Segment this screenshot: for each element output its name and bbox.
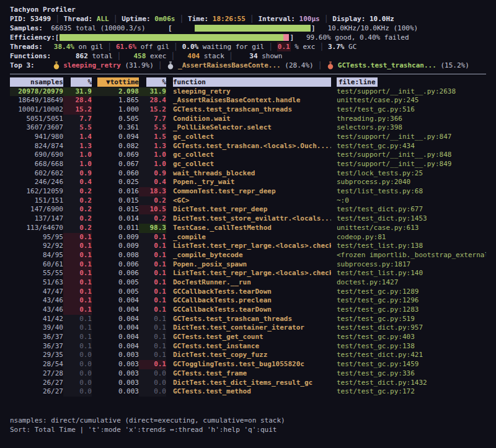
cell-nsamples: 36/37 <box>10 333 63 342</box>
table-row[interactable]: 92/920.10.0090.1ListTest.test_repr_large… <box>10 242 486 251</box>
table-row[interactable]: 95/950.10.0090.1_compilecodeop.py:81 <box>10 233 486 242</box>
cell-file-line: unittest/case.py:245 <box>331 96 486 105</box>
table-row[interactable]: 43/460.10.0040.1GCCallbackTests.preclean… <box>10 296 486 305</box>
cell-cumulative-pct: 0.2 <box>139 214 166 224</box>
cell-nsamples: 147/6900 <box>10 205 63 214</box>
separator: │ <box>319 42 324 51</box>
cell-tottime: 2.098 <box>92 87 139 97</box>
table-row[interactable]: 147/69000.20.01510.5DictTest.test_repr_d… <box>10 205 486 214</box>
table-row[interactable]: 668/6681.00.0671.0gc_collecttest/support… <box>10 160 486 169</box>
table-row[interactable]: 3607/36075.50.3615.5_PollLikeSelector.se… <box>10 123 486 133</box>
cell-tottime: 0.004 <box>92 305 139 315</box>
status-value: ALL <box>97 14 109 24</box>
column-header-nsamples[interactable]: nsamples <box>10 77 63 87</box>
table-row[interactable]: 84/950.10.0080.1_compile_bytecode<frozen… <box>10 251 486 260</box>
column-header-function[interactable]: function <box>166 77 331 87</box>
table-row[interactable]: 26/270.00.0030.0GCTests.test_methodtest/… <box>10 387 486 397</box>
column-header-cumulative-pct[interactable]: % <box>139 77 166 87</box>
cell-file-line: test/test_dict.py:1432 <box>331 379 486 388</box>
cell-file-line: unittest/case.py:613 <box>331 224 486 233</box>
table-row[interactable]: 5051/50517.70.5057.7Condition.waitthread… <box>10 115 486 124</box>
cell-file-line: threading.py:366 <box>331 115 486 124</box>
table-row[interactable]: 690/6901.00.0691.0gc_collecttest/support… <box>10 151 486 160</box>
cell-direct-pct: 0.2 <box>63 224 92 233</box>
cell-direct-pct: 0.1 <box>63 242 92 251</box>
table-row[interactable]: 137/1470.20.0140.2DictTest.test_store_ev… <box>10 214 486 224</box>
separator: │ <box>170 51 175 61</box>
cell-function: Popen._posix_spawn <box>166 260 331 270</box>
table-row[interactable]: 162/120590.20.01618.3CommonTest.test_rep… <box>10 187 486 196</box>
table-row[interactable]: 36/370.10.0040.1GCTests.test_instancetes… <box>10 342 486 351</box>
separator: │ <box>158 61 162 70</box>
cell-file-line: test/test_gc.py:1283 <box>331 305 486 315</box>
table-row[interactable]: 18649/1864928.41.86528.4_AssertRaisesBas… <box>10 96 486 105</box>
table-row[interactable]: 27/280.00.0030.0GCTests.test_frametest/t… <box>10 369 486 379</box>
cell-file-line: test/support/__init__.py:847 <box>331 133 486 142</box>
cell-tottime: 0.003 <box>92 379 139 388</box>
cell-tottime: 0.005 <box>92 278 139 288</box>
cell-nsamples: 51/63 <box>10 278 63 288</box>
cell-direct-pct: 0.1 <box>63 288 92 297</box>
table-row[interactable]: 20978/2097931.92.09831.9sleeping_retryte… <box>10 87 486 97</box>
cell-cumulative-pct: 0.1 <box>139 360 166 369</box>
cell-direct-pct: 1.3 <box>63 142 92 151</box>
table-row[interactable]: 246/2460.40.0250.4Popen._try_waitsubproc… <box>10 178 486 187</box>
status-label: PID: <box>10 14 27 24</box>
table-row[interactable]: 151/1510.20.0150.2<GC>~:0 <box>10 196 486 206</box>
cell-tottime: 0.008 <box>92 251 139 260</box>
top3-percentage: (15.2%) <box>440 61 469 70</box>
cell-function: GCTests.test_frame <box>166 369 331 379</box>
column-header-tottime-sorted[interactable]: ▼tottime <box>92 77 139 87</box>
efficiency-line: Efficiency: [ ] 99.60% good, 0.40% faile… <box>10 33 486 42</box>
cell-nsamples: 84/95 <box>10 251 63 260</box>
cell-nsamples: 43/46 <box>10 296 63 305</box>
table-row[interactable]: 60/610.10.0060.1Popen._posix_spawnsubpro… <box>10 260 486 270</box>
cell-cumulative-pct: 0.2 <box>139 196 166 206</box>
samples-bar-open-bracket: [ <box>168 24 172 33</box>
efficiency-bar <box>60 34 289 41</box>
table-row[interactable]: 113/646700.20.01198.3TestCase._callTestM… <box>10 224 486 233</box>
table-row[interactable]: 39/400.10.0040.1DictTest.test_container_… <box>10 323 486 333</box>
cell-direct-pct: 0.1 <box>63 296 92 305</box>
cell-cumulative-pct: 7.7 <box>139 115 166 124</box>
cell-cumulative-pct: 0.1 <box>139 278 166 288</box>
cell-nsamples: 26/27 <box>10 379 63 388</box>
cell-cumulative-pct: 1.5 <box>139 133 166 142</box>
cell-nsamples: 28/54 <box>10 360 63 369</box>
table-row[interactable]: 29/350.00.0030.1DictTest.test_copy_fuzzt… <box>10 351 486 360</box>
cell-cumulative-pct: 0.1 <box>139 260 166 270</box>
top3-percentage: (31.9%) <box>125 61 153 70</box>
table-row[interactable]: 47/470.10.0050.1GCCallbackTests.tearDown… <box>10 288 486 297</box>
cell-tottime: 0.009 <box>92 233 139 242</box>
cell-direct-pct: 1.4 <box>63 133 92 142</box>
table-row[interactable]: 602/6020.90.0600.9wait_threads_blockedte… <box>10 169 486 178</box>
cell-function: DictTest.test_repr_deep <box>166 205 331 214</box>
cell-tottime: 0.003 <box>92 387 139 397</box>
samples-bar-fill <box>195 25 311 32</box>
status-value: 10.0Hz <box>370 14 394 24</box>
cell-tottime: 0.060 <box>92 169 139 178</box>
table-row[interactable]: 41/420.10.0040.1GCTests.test_trashcan_th… <box>10 315 486 324</box>
cell-direct-pct: 0.2 <box>63 205 92 214</box>
column-header-direct-pct[interactable]: % <box>63 77 92 87</box>
table-row[interactable]: 51/630.10.0050.1DocTestRunner.__rundocte… <box>10 278 486 288</box>
column-header-file-line[interactable]: file:line <box>331 77 486 87</box>
table-row[interactable]: 824/8741.30.0821.3GCTests.test_trashcan.… <box>10 142 486 151</box>
table-row[interactable]: 55/550.10.0060.1ListTest.test_repr_large… <box>10 269 486 278</box>
cell-file-line: test/test_gc.py:1289 <box>331 288 486 297</box>
top3-function-name: _AssertRaisesBaseConte... <box>178 61 281 70</box>
table-row[interactable]: 26/270.00.0030.0DictTest.test_dict_items… <box>10 379 486 388</box>
cell-nsamples: 690/690 <box>10 151 63 160</box>
table-row[interactable]: 36/370.10.0040.1GCTests.test_get_countte… <box>10 333 486 342</box>
cell-function: GCTests.test_get_count <box>166 333 331 342</box>
table-row[interactable]: 28/540.00.0030.1GCTogglingTests.test_bug… <box>10 360 486 369</box>
cell-file-line: test/test_gc.py:172 <box>331 387 486 397</box>
cell-cumulative-pct: 0.0 <box>139 369 166 379</box>
table-row[interactable]: 43/460.10.0040.1GCCallbackTests.tearDown… <box>10 305 486 315</box>
functions-stat-value: 404 <box>179 51 200 61</box>
cell-direct-pct: 5.5 <box>63 123 92 133</box>
status-value: 18:26:55 <box>213 14 246 24</box>
cell-direct-pct: 0.1 <box>63 305 92 315</box>
table-row[interactable]: 10001/1000215.21.00015.2GCTests.test_tra… <box>10 105 486 115</box>
table-row[interactable]: 941/9801.40.0941.5gc_collecttest/support… <box>10 133 486 142</box>
